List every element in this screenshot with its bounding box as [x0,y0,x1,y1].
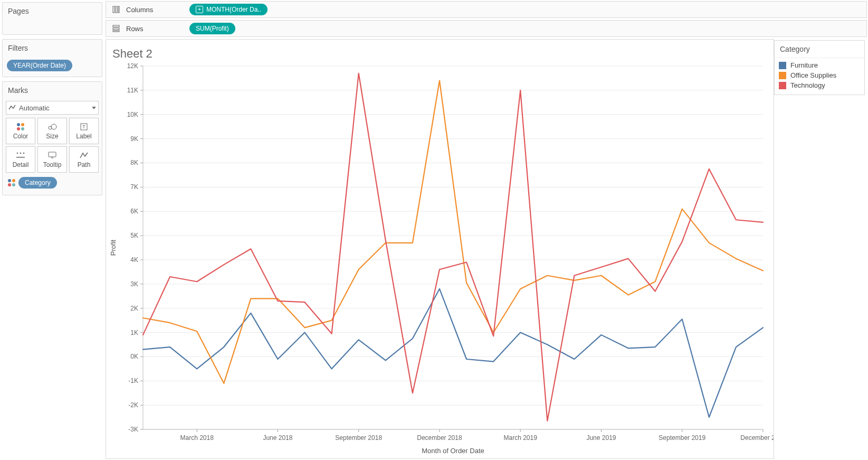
legend-panel[interactable]: Category FurnitureOffice SuppliesTechnol… [774,40,865,95]
columns-pill-label: MONTH(Order Da.. [206,6,261,13]
color-icon [8,179,15,186]
rows-pill-label: SUM(Profit) [196,25,229,32]
svg-text:0K: 0K [130,353,138,360]
svg-text:December 2018: December 2018 [417,434,462,442]
columns-icon [111,6,121,13]
svg-text:Month of Order Date: Month of Order Date [422,447,484,455]
marks-tooltip-button[interactable]: Tooltip [37,146,67,173]
svg-text:T: T [82,124,85,129]
legend-item[interactable]: Technology [779,81,860,89]
rows-pill[interactable]: SUM(Profit) [189,23,235,34]
marks-type-label: Automatic [19,104,50,112]
legend-label: Technology [790,81,825,89]
marks-path-label: Path [78,161,91,168]
color-icon [17,122,24,132]
marks-color-label: Color [13,133,28,140]
svg-text:9K: 9K [130,135,138,143]
svg-text:September 2018: September 2018 [335,434,382,442]
svg-text:12K: 12K [127,62,138,70]
expand-icon: + [196,6,203,13]
marks-panel[interactable]: Marks Automatic [2,81,102,195]
svg-text:December 2019: December 2019 [740,434,774,442]
svg-text:2K: 2K [130,305,138,312]
svg-text:June 2019: June 2019 [586,434,616,442]
svg-text:-1K: -1K [128,377,138,384]
marks-title: Marks [3,82,102,99]
svg-text:11K: 11K [127,87,138,94]
marks-color-button[interactable]: Color [6,118,35,144]
svg-text:6K: 6K [130,208,138,215]
svg-text:1K: 1K [130,329,138,336]
svg-text:June 2018: June 2018 [263,434,292,442]
marks-detail-label: Detail [13,161,29,168]
legend-item[interactable]: Furniture [779,61,860,69]
svg-rect-13 [113,28,119,30]
pages-title: Pages [3,3,102,20]
label-icon: T [80,122,88,132]
marks-path-button[interactable]: Path [69,146,99,173]
svg-text:3K: 3K [130,280,138,288]
svg-point-5 [20,153,22,154]
svg-text:Profit: Profit [109,239,117,256]
legend-swatch [779,82,786,89]
marks-color-pill-label: Category [25,179,51,186]
svg-point-4 [17,153,18,154]
svg-text:8K: 8K [130,159,138,166]
chevron-down-icon [92,107,96,109]
svg-text:March 2018: March 2018 [180,434,214,442]
filters-title: Filters [3,40,102,57]
legend-item[interactable]: Office Supplies [779,71,860,79]
marks-size-label: Size [46,133,58,140]
marks-label-button[interactable]: T Label [69,118,99,144]
svg-rect-14 [113,31,119,32]
svg-text:7K: 7K [130,183,138,191]
svg-rect-12 [113,25,119,27]
marks-size-button[interactable]: Size [37,118,67,144]
svg-text:10K: 10K [127,111,138,118]
legend-swatch [779,72,786,79]
marks-color-pill[interactable]: Category [18,177,57,189]
rows-shelf[interactable]: Rows SUM(Profit) [106,20,867,37]
svg-point-1 [51,124,56,129]
marks-tooltip-label: Tooltip [43,161,62,168]
legend-title: Category [775,41,864,58]
sheet-title: Sheet 2 [106,40,774,61]
rows-icon [111,25,121,32]
marks-type-select[interactable]: Automatic [6,101,99,115]
svg-text:September 2019: September 2019 [659,434,705,442]
detail-icon [16,151,25,160]
columns-pill[interactable]: + MONTH(Order Da.. [189,4,268,15]
svg-text:5K: 5K [130,232,138,239]
svg-rect-10 [116,6,117,13]
view-card: Sheet 2 -3K-2K-1K0K1K2K3K4K5K6K7K8K9K10K… [106,39,774,459]
legend-swatch [779,62,786,69]
svg-rect-7 [16,157,25,158]
svg-rect-11 [118,6,119,13]
legend-label: Office Supplies [790,71,836,79]
chart-canvas[interactable]: -3K-2K-1K0K1K2K3K4K5K6K7K8K9K10K11K12KMa… [106,61,774,458]
columns-label: Columns [126,6,184,14]
legend-label: Furniture [790,61,818,69]
pages-panel[interactable]: Pages [2,2,102,35]
filter-pill-label: YEAR(Order Date) [13,62,66,69]
line-type-icon [8,104,16,111]
path-icon [80,151,88,160]
svg-point-6 [23,153,25,154]
size-icon [47,122,57,132]
columns-shelf[interactable]: Columns + MONTH(Order Da.. [106,1,867,18]
svg-text:-3K: -3K [128,426,138,433]
marks-label-label: Label [76,133,91,140]
svg-rect-8 [49,152,56,157]
svg-text:4K: 4K [130,256,138,264]
rows-label: Rows [126,25,184,33]
filters-panel[interactable]: Filters YEAR(Order Date) [2,39,102,77]
svg-text:-2K: -2K [128,401,138,409]
svg-text:March 2019: March 2019 [504,434,538,442]
svg-rect-9 [113,6,115,13]
tooltip-icon [48,151,56,160]
marks-detail-button[interactable]: Detail [6,146,35,173]
filter-pill-year[interactable]: YEAR(Order Date) [7,60,72,71]
